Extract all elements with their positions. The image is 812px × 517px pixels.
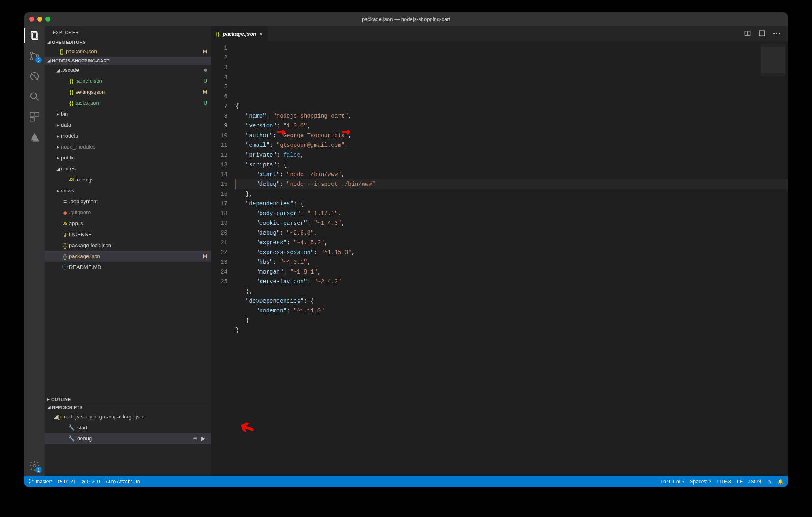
code-line[interactable]: }, <box>235 287 788 296</box>
status-problems[interactable]: ⊘0 ⚠0 <box>81 479 100 485</box>
file-item[interactable]: ◆.gitignore <box>45 207 211 218</box>
debug-activity-icon[interactable] <box>29 71 40 82</box>
code-editor[interactable]: 1234567891011121314151617181920212223242… <box>211 41 788 476</box>
code-line[interactable]: }, <box>235 189 788 199</box>
file-item[interactable]: {}settings.jsonM <box>45 86 211 97</box>
file-item[interactable]: {}launch.jsonU <box>45 75 211 86</box>
file-item[interactable]: JSindex.js <box>45 174 211 185</box>
file-item[interactable]: ⓘREADME.MD <box>45 262 211 273</box>
tree-item-label: LICENSE <box>69 231 207 237</box>
status-branch[interactable]: master* <box>28 478 52 485</box>
code-line[interactable]: "private": false, <box>235 150 788 160</box>
file-item[interactable]: {}package-lock.json <box>45 240 211 251</box>
open-editors-label: OPEN EDITORS <box>52 40 86 45</box>
settings-gear-icon[interactable]: 1 <box>29 460 40 472</box>
maximize-window-button[interactable] <box>45 17 50 22</box>
status-sync[interactable]: ⟳ 0↓ 2↑ <box>58 479 76 485</box>
open-editors-header[interactable]: ◢ OPEN EDITORS <box>45 38 211 46</box>
workspace-label: NODEJS-SHOPPING-CART <box>52 58 109 63</box>
more-actions-icon[interactable]: ••• <box>773 31 781 37</box>
code-line[interactable]: } <box>235 325 788 335</box>
folder-item[interactable]: ▸node_modules <box>45 141 211 152</box>
folder-item[interactable]: ▸models <box>45 130 211 141</box>
folder-item[interactable]: ▸public <box>45 152 211 163</box>
vscode-window: package.json — nodejs-shopping-cart 5 <box>24 12 788 487</box>
file-item[interactable]: {}package.jsonM <box>45 251 211 262</box>
npm-script-item[interactable]: 🔧 debug ✳ ▶ <box>45 433 211 444</box>
code-line[interactable]: "debug": "node --inspect ./bin/www" <box>235 179 788 189</box>
code-line[interactable]: { <box>235 101 788 111</box>
editor-actions: ••• <box>737 26 788 41</box>
folder-item[interactable]: ◢routes <box>45 163 211 174</box>
code-line[interactable]: "body-parser": "~1.17.1", <box>235 209 788 218</box>
code-line[interactable]: "devDependencies": { <box>235 296 788 306</box>
status-auto-attach[interactable]: Auto Attach: On <box>106 479 140 485</box>
compare-icon[interactable] <box>744 30 751 38</box>
chevron-down-icon: ◢ <box>55 166 61 172</box>
minimap[interactable] <box>761 44 785 76</box>
file-tree: ◢.vscode{}launch.jsonU{}settings.jsonM{}… <box>45 65 211 395</box>
open-editor-item[interactable]: {} package.json M <box>45 46 211 57</box>
status-cursor-position[interactable]: Ln 9, Col 5 <box>661 479 684 485</box>
run-script-icon[interactable]: ▶ <box>201 435 205 442</box>
line-number: 23 <box>211 257 227 267</box>
npm-scripts-header[interactable]: ◢ NPM SCRIPTS <box>45 403 211 411</box>
explorer-activity-icon[interactable] <box>29 30 40 41</box>
azure-activity-icon[interactable] <box>29 131 40 143</box>
status-eol[interactable]: LF <box>737 479 743 485</box>
debug-script-icon[interactable]: ✳ <box>193 435 197 442</box>
code-line[interactable]: "hbs": "~4.0.1", <box>235 257 788 267</box>
code-line[interactable] <box>235 335 788 345</box>
code-line[interactable]: "cookie-parser": "~1.4.3", <box>235 218 788 228</box>
line-number: 3 <box>211 62 227 72</box>
code-line[interactable]: "name": "nodejs-shopping-cart", <box>235 111 788 121</box>
status-indent[interactable]: Spaces: 2 <box>690 479 711 485</box>
file-item[interactable]: ⚷LICENSE <box>45 229 211 240</box>
folder-item[interactable]: ▸views <box>45 185 211 196</box>
line-number: 14 <box>211 170 227 179</box>
body: 5 1 EXPLORER ◢ OP <box>24 26 788 476</box>
npm-script-item[interactable]: 🔧 start <box>45 422 211 433</box>
line-number: 2 <box>211 53 227 62</box>
status-encoding[interactable]: UTF-8 <box>717 479 731 485</box>
npm-package-row[interactable]: ◢ {} nodejs-shopping-cart/package.json <box>45 411 211 422</box>
code-line[interactable]: "start": "node ./bin/www", <box>235 170 788 179</box>
code-line[interactable]: "nodemon": "^1.11.0" <box>235 306 788 316</box>
close-tab-icon[interactable]: × <box>259 31 263 37</box>
svg-point-16 <box>29 482 30 483</box>
folder-item[interactable]: ◢.vscode <box>45 65 211 75</box>
outline-header[interactable]: ▸ OUTLINE <box>45 395 211 403</box>
code-line[interactable]: "serve-favicon": "~2.4.2" <box>235 277 788 287</box>
js-icon: JS <box>67 177 76 182</box>
code-line[interactable]: "express": "~4.15.2", <box>235 238 788 248</box>
code-line[interactable]: "express-session": "^1.15.3", <box>235 248 788 257</box>
code-content[interactable]: ↘ ↘ { "name": "nodejs-shopping-cart", "v… <box>235 41 788 476</box>
extensions-activity-icon[interactable] <box>29 111 40 123</box>
code-line[interactable]: "email": "gtsopour@gmail.com", <box>235 140 788 150</box>
scm-activity-icon[interactable]: 5 <box>29 50 40 62</box>
workspace-header[interactable]: ◢ NODEJS-SHOPPING-CART <box>45 57 211 65</box>
line-number: 18 <box>211 209 227 218</box>
code-line[interactable]: "author": "George Tsopouridis", <box>235 131 788 140</box>
search-activity-icon[interactable] <box>29 91 40 102</box>
file-item[interactable]: ≡.deployment <box>45 196 211 207</box>
status-feedback-icon[interactable]: ☺ <box>767 479 772 485</box>
split-editor-icon[interactable] <box>758 30 766 38</box>
status-language[interactable]: JSON <box>748 479 761 485</box>
code-line[interactable]: "dependencies": { <box>235 199 788 209</box>
file-item[interactable]: {}tasks.jsonU <box>45 97 211 108</box>
folder-item[interactable]: ▸bin <box>45 108 211 119</box>
code-line[interactable]: } <box>235 316 788 325</box>
svg-point-3 <box>30 58 33 60</box>
close-window-button[interactable] <box>29 17 34 22</box>
file-item[interactable]: JSapp.js <box>45 218 211 229</box>
code-line[interactable]: "scripts": { <box>235 160 788 170</box>
status-bell-icon[interactable]: 🔔 <box>777 479 784 485</box>
editor-tab-packagejson[interactable]: {} package.json × <box>211 26 268 41</box>
line-number: 21 <box>211 238 227 248</box>
minimize-window-button[interactable] <box>37 17 42 22</box>
code-line[interactable]: "version": "1.0.0", <box>235 121 788 131</box>
code-line[interactable]: "morgan": "~1.8.1", <box>235 267 788 277</box>
folder-item[interactable]: ▸data <box>45 119 211 130</box>
code-line[interactable]: "debug": "~2.6.3", <box>235 228 788 238</box>
